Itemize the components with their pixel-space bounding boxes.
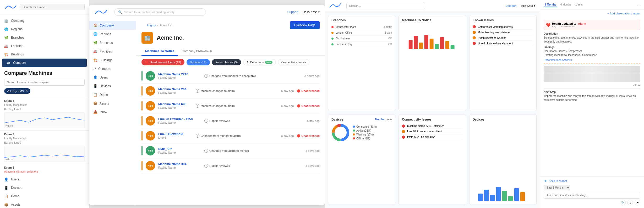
users-sidenav-icon: 👤 xyxy=(93,75,97,79)
machine-facility: Facility Name xyxy=(158,91,193,94)
attachment-icon[interactable]: 📎 xyxy=(620,200,626,205)
unaddressed-button[interactable]: 🔴 Unaddressed xyxy=(297,89,320,93)
sidenav-buildings-label: Buildings xyxy=(100,58,112,62)
sidenav-assets[interactable]: 📦 Assets xyxy=(89,99,136,108)
health-alarm-status[interactable]: Alarm xyxy=(578,22,586,25)
time-range-6months[interactable]: 6 Months xyxy=(559,3,572,7)
time-range-1year[interactable]: 1 Year xyxy=(574,3,584,7)
remove-velocity-icon[interactable]: ✕ xyxy=(25,89,28,93)
sidebar-item-branches[interactable]: 🌿 Branches xyxy=(0,33,89,42)
devices-chart-svg xyxy=(473,180,533,201)
filter-connectivity[interactable]: Connectivity Issues xyxy=(278,59,310,65)
machine-name-link[interactable]: Line 28 Extruder - 1258 xyxy=(158,117,201,121)
branch-name: Leeds Factory xyxy=(336,43,388,46)
machine-time: 5 days ago xyxy=(293,149,320,152)
right-user-menu[interactable]: Hello Kate ▾ xyxy=(520,4,536,8)
breadcrumb-separator: / xyxy=(157,24,158,27)
svg-rect-21 xyxy=(520,192,525,201)
ask-input[interactable] xyxy=(544,192,640,199)
health-icon: ❤️ xyxy=(546,23,550,27)
year-filter[interactable]: Year xyxy=(386,118,392,121)
sidebar-item-demo[interactable]: 📋 Demo xyxy=(0,192,89,200)
tab-company-breakdown[interactable]: Company Breakdown xyxy=(178,47,216,56)
unaddressed-button[interactable]: 🔴 Unaddressed xyxy=(297,104,320,108)
machine-facility: Facility Name xyxy=(158,106,193,109)
machine-name-link[interactable]: Line 6 Blowmold xyxy=(158,132,193,136)
sidenav-inbox[interactable]: 📥 Inbox xyxy=(89,108,136,116)
sidebar-item-users[interactable]: 👤 Users xyxy=(0,175,89,184)
overview-page-button[interactable]: Overview Page xyxy=(290,21,320,29)
filter-ai-detections[interactable]: AI Detections New xyxy=(243,59,276,65)
connectivity-issues-list: Machine Name 2210 - offline 2h Line 28 E… xyxy=(402,123,462,202)
machine-name-link[interactable]: Machine Name 304 xyxy=(158,162,201,166)
machine-name-link[interactable]: Machine Name 685 xyxy=(158,102,193,106)
months-filter[interactable]: Months xyxy=(375,118,385,121)
halo-indicator: Halo xyxy=(146,161,155,170)
breadcrumb-augury[interactable]: Augury xyxy=(147,24,156,27)
filter-unaddressed-alerts[interactable]: 🔴 Unaddressed Alerts (13) xyxy=(141,59,184,65)
sidenav-regions[interactable]: 🌐 Regions xyxy=(89,30,136,38)
sidebar-item-label: Devices xyxy=(11,186,22,190)
unaddressed-button[interactable]: 🔴 Unaddressed xyxy=(297,134,320,138)
status-bar-green xyxy=(141,71,143,81)
sidebar-item-regions[interactable]: 🌐 Regions xyxy=(0,25,89,33)
legend-dot xyxy=(353,133,355,136)
branches-list: Manchester Plant 3 alerts London Office … xyxy=(331,24,392,108)
user-menu[interactable]: Hello Kate ▾ xyxy=(303,10,320,14)
branches-icon: 🌿 xyxy=(4,35,8,40)
regions-sidenav-icon: 🌐 xyxy=(93,32,97,36)
left-search-input[interactable] xyxy=(20,4,85,10)
search-placeholder: Search for a machine or building/facilit… xyxy=(124,11,174,14)
machine-name-link[interactable]: Machine Name 2210 xyxy=(158,72,201,76)
devices-sub-title: Devices xyxy=(473,118,484,121)
period-dropdown[interactable]: Last 3 Months xyxy=(544,185,570,190)
velocity-badge: Velocity RMS ✕ xyxy=(4,88,30,94)
sidebar-item-buildings[interactable]: 🏗️ Buildings xyxy=(0,50,89,59)
svg-rect-3 xyxy=(424,35,428,49)
sidebar-item-compare[interactable]: ⇄ Compare xyxy=(2,59,87,67)
list-item: Motor bearing wear detected xyxy=(473,30,533,35)
time-range-3months[interactable]: 3 Months xyxy=(544,3,557,7)
filter-updates[interactable]: Updates (12) xyxy=(187,59,210,65)
sidenav-branches[interactable]: 🌿 Branches xyxy=(89,38,136,47)
sidebar-item-assets[interactable]: 📦 Assets xyxy=(0,200,89,208)
sidenav-company[interactable]: 🏠 Company xyxy=(89,21,136,30)
filter-known-issues[interactable]: Known Issues (9) xyxy=(212,59,241,65)
machine-name-link[interactable]: Machine Name 264 xyxy=(158,87,193,91)
drum-3-label: Drum 3 xyxy=(4,166,85,169)
machine-name-link[interactable]: PMP_502 xyxy=(158,147,201,151)
machines-bar-chart xyxy=(402,24,462,50)
main-search-bar[interactable]: 🔍 Search for a machine or building/facil… xyxy=(114,8,206,16)
issue-text: PMP_502 - no signal 5d xyxy=(407,136,435,138)
sidebar-item-facilities[interactable]: 🏭 Facilities xyxy=(0,42,89,50)
add-observation-button[interactable]: + Add observation / repair xyxy=(540,10,644,17)
sidenav-users[interactable]: 👤 Users xyxy=(89,73,136,82)
devices-icon: 📱 xyxy=(4,186,8,190)
support-link[interactable]: Support xyxy=(287,10,298,14)
sidenav-buildings[interactable]: 🏗️ Buildings xyxy=(89,56,136,64)
description-text: Schedule the recommended activities in t… xyxy=(544,36,640,44)
compare-search-input[interactable] xyxy=(4,79,85,86)
sidenav-facilities[interactable]: 🏭 Facilities xyxy=(89,47,136,56)
send-to-analyst-button[interactable]: Send to analyst xyxy=(549,180,567,183)
recommended-actions-link[interactable]: Recommended Actions > xyxy=(544,59,640,61)
more-options-icon[interactable]: ⋯ xyxy=(637,3,640,7)
info-action-icon[interactable]: ℹ xyxy=(627,200,633,205)
branches-title: Branches xyxy=(331,18,346,22)
machine-row: Halo Machine Name 685 Facility Name i Ma… xyxy=(141,98,320,113)
right-support-link[interactable]: Support xyxy=(506,4,517,7)
svg-rect-4 xyxy=(430,39,434,49)
issue-status-icon xyxy=(473,25,476,28)
sidenav-devices[interactable]: 📱 Devices xyxy=(89,82,136,90)
sidenav-demo[interactable]: 📋 Demo xyxy=(89,90,136,99)
right-search-input[interactable] xyxy=(346,3,425,9)
send-action-icon[interactable]: ➤ xyxy=(635,200,640,205)
sidebar-item-company[interactable]: 🏢 Company xyxy=(0,17,89,25)
sidebar-item-label: Buildings xyxy=(11,53,24,56)
sidenav-compare[interactable]: ⇄ Compare xyxy=(89,64,136,73)
divider xyxy=(544,88,640,89)
status-bar-orange xyxy=(141,116,143,126)
sidebar-item-devices[interactable]: 📱 Devices xyxy=(0,184,89,192)
list-item: London Office 1 alert xyxy=(331,30,392,36)
tab-machines-to-notice[interactable]: Machines To Notice xyxy=(141,47,178,56)
